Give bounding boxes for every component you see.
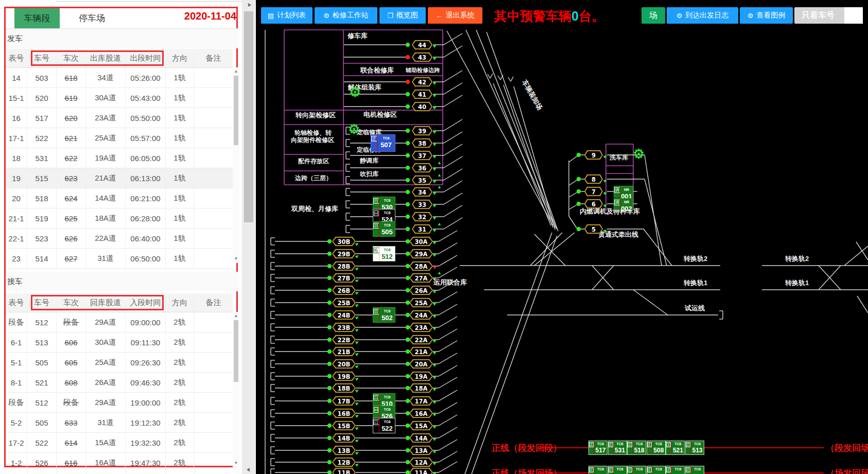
plan-list-button[interactable]: ▤计划列表 bbox=[261, 7, 313, 24]
track-badge[interactable]: 19A bbox=[409, 372, 433, 381]
track-badge[interactable]: 23B bbox=[332, 323, 356, 332]
train-box[interactable]: 调NR002 bbox=[614, 198, 633, 210]
table-row[interactable]: 段备512段备29A道19:00:002轨 bbox=[6, 393, 233, 413]
exit-system-button[interactable]: ←退出系统 bbox=[428, 7, 482, 24]
track-badge[interactable]: 38 bbox=[412, 138, 432, 148]
track-badge[interactable]: 36 bbox=[412, 163, 432, 173]
track-badge[interactable]: 17B bbox=[332, 396, 356, 406]
track-badge[interactable]: 27A bbox=[409, 273, 433, 283]
scroll-up-arrow[interactable]: ▲ bbox=[233, 313, 239, 319]
track-badge[interactable]: 20A bbox=[409, 359, 433, 369]
train-box[interactable]: 日TC6502 bbox=[373, 307, 395, 323]
scroll-thumb[interactable] bbox=[234, 76, 238, 145]
track-badge[interactable]: 32 bbox=[412, 212, 432, 222]
track-badge[interactable]: 29A bbox=[409, 249, 433, 259]
track-badge[interactable]: 14B bbox=[332, 433, 356, 443]
track-badge[interactable]: 15B bbox=[332, 421, 356, 431]
track-badge[interactable]: 24B bbox=[332, 310, 356, 320]
track-badge[interactable]: 8 bbox=[584, 174, 603, 184]
table-row[interactable]: 段备512段备29A道09:00:002轨 bbox=[6, 312, 233, 332]
track-badge[interactable]: 5 bbox=[584, 224, 603, 234]
track-badge[interactable]: 40 bbox=[412, 102, 432, 112]
mainline-train-box[interactable]: 正TC6513 bbox=[685, 441, 704, 455]
scroll-up-arrow[interactable]: ▲ bbox=[242, 0, 255, 9]
mainline-train-box[interactable]: 正TC6 bbox=[666, 466, 685, 474]
track-badge[interactable]: 33 bbox=[412, 200, 432, 209]
table-row[interactable]: 1450361834道05:26:001轨 bbox=[6, 68, 233, 88]
mainline-train-box[interactable]: 正TC6 bbox=[685, 466, 704, 474]
track-badge[interactable]: 34 bbox=[412, 187, 432, 197]
track-badge[interactable]: 39 bbox=[412, 126, 432, 136]
view-legend-button[interactable]: ⚙查看图例 bbox=[740, 7, 793, 24]
train-box[interactable]: 正TC6507 bbox=[371, 134, 395, 152]
track-badge[interactable]: 24A bbox=[409, 310, 433, 320]
track-badge[interactable]: 26B bbox=[332, 286, 356, 295]
scroll-thumb[interactable] bbox=[244, 11, 253, 222]
table-row[interactable]: 5-150560525A道09:26:302轨 bbox=[6, 353, 233, 373]
track-badge[interactable]: 35 bbox=[412, 175, 432, 185]
arrive-table-scrollbar[interactable]: ▲ ▼ bbox=[233, 312, 239, 467]
train-box[interactable]: 口TC6522 bbox=[373, 418, 395, 433]
table-row[interactable]: 1651762023A道05:50:001轨 bbox=[6, 108, 233, 128]
track-badge[interactable]: 13A bbox=[409, 446, 433, 455]
mainline-train-box[interactable]: 正TC6518 bbox=[627, 441, 646, 455]
train-box[interactable]: 检TC6512 bbox=[373, 246, 395, 261]
mainline-train-box[interactable]: 正TC6 bbox=[608, 466, 627, 474]
table-row[interactable]: 2051862414A道06:21:001轨 bbox=[6, 188, 233, 208]
table-row[interactable]: 1951562321A道06:13:001轨 bbox=[6, 168, 233, 188]
tab-depot[interactable]: 车辆段 bbox=[14, 8, 60, 28]
arrive-depart-log-button[interactable]: ⚙到达出发日志 bbox=[667, 7, 738, 24]
track-badge[interactable]: 12A bbox=[409, 458, 433, 467]
track-badge[interactable]: 22B bbox=[332, 335, 356, 345]
track-badge[interactable]: 9 bbox=[584, 150, 603, 160]
track-badge[interactable]: 7 bbox=[584, 187, 603, 197]
mainline-train-box[interactable]: 正TC6 bbox=[588, 466, 607, 474]
repair-workstation-button[interactable]: ⚙检修工作站 bbox=[315, 7, 377, 24]
mainline-train-box[interactable]: 正TC6508 bbox=[647, 441, 666, 455]
table-row[interactable]: 15-152061930A道05:43:001轨 bbox=[6, 88, 233, 108]
track-badge[interactable]: 14A bbox=[409, 433, 433, 443]
mainline-train-box[interactable]: 正TC6517 bbox=[588, 441, 607, 455]
scroll-down-arrow[interactable]: ▼ bbox=[242, 465, 255, 474]
track-badge[interactable]: 21A bbox=[409, 347, 433, 357]
tab-parking-lot[interactable]: 停车场 bbox=[60, 8, 124, 28]
scroll-down-arrow[interactable]: ▼ bbox=[233, 460, 239, 466]
track-badge[interactable]: 30A bbox=[409, 237, 433, 247]
track-badge[interactable]: 16B bbox=[332, 409, 356, 418]
track-badge[interactable]: 26A bbox=[409, 286, 433, 295]
toggle-knob[interactable] bbox=[844, 7, 863, 24]
table-row[interactable]: 8-152160826A道09:46:302轨 bbox=[6, 373, 233, 393]
overview-button[interactable]: ❐概览图 bbox=[379, 7, 426, 24]
track-badge[interactable]: 27B bbox=[332, 273, 356, 283]
track-badge[interactable]: 22A bbox=[409, 335, 433, 345]
track-badge[interactable]: 25A bbox=[409, 298, 433, 308]
track-badge[interactable]: 13B bbox=[332, 446, 356, 455]
track-badge[interactable]: 30B bbox=[332, 237, 356, 247]
track-badge[interactable]: 18B bbox=[332, 383, 356, 393]
train-box[interactable]: 日TC6505 bbox=[373, 221, 395, 237]
track-badge[interactable]: 44 bbox=[412, 40, 432, 50]
track-badge[interactable]: 23A bbox=[409, 323, 433, 332]
track-badge[interactable]: 41 bbox=[412, 90, 432, 99]
mainline-train-box[interactable]: 正TC6531 bbox=[608, 441, 627, 455]
table-row[interactable]: 22-152362622A道06:40:001轨 bbox=[6, 229, 233, 249]
track-badge[interactable]: 28B bbox=[332, 261, 356, 271]
track-badge[interactable]: 19B bbox=[332, 372, 356, 381]
panel-scrollbar[interactable]: ▲ ▼ bbox=[242, 0, 255, 474]
mainline-train-box[interactable]: 正TC6 bbox=[647, 466, 666, 474]
table-row[interactable]: 17-152262125A道05:57:001轨 bbox=[6, 128, 233, 148]
track-badge[interactable]: 43 bbox=[412, 52, 432, 62]
track-badge[interactable]: 28A bbox=[409, 261, 433, 271]
yard-switch-button[interactable]: 场 bbox=[641, 7, 665, 24]
scroll-down-arrow[interactable]: ▼ bbox=[233, 256, 239, 262]
track-badge[interactable]: 12B bbox=[332, 458, 356, 467]
mainline-train-box[interactable]: 正TC6 bbox=[627, 466, 646, 474]
track-badge[interactable]: 18A bbox=[409, 383, 433, 393]
track-badge[interactable]: 21B bbox=[332, 347, 356, 357]
track-badge[interactable]: 16A bbox=[409, 409, 433, 418]
track-badge[interactable]: 25B bbox=[332, 298, 356, 308]
table-row[interactable]: 2351462731道06:50:001轨 bbox=[6, 249, 233, 269]
track-badge[interactable]: 42 bbox=[412, 77, 432, 87]
track-badge[interactable]: 37 bbox=[412, 151, 432, 161]
train-box[interactable]: 调NR001 bbox=[614, 186, 633, 198]
